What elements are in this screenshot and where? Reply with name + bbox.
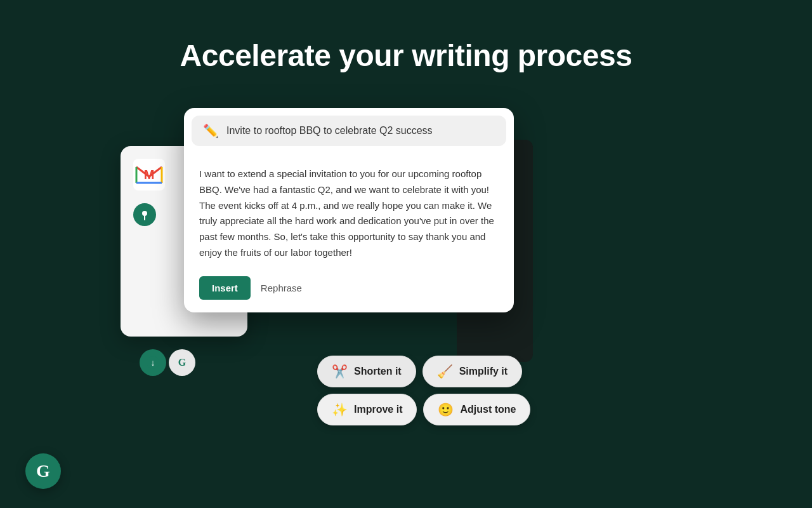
grammarly-green-badge: ↓ (140, 349, 166, 376)
page-title: Accelerate your writing process (0, 0, 812, 73)
prompt-icon: ✏️ (203, 123, 219, 138)
simplify-button[interactable]: 🧹 Simplify it (422, 356, 522, 387)
grammarly-badges: ↓ G (140, 349, 195, 376)
grammarly-bottom-logo: G (25, 453, 61, 489)
svg-text:↓: ↓ (151, 358, 155, 368)
improve-label: Improve it (354, 404, 402, 415)
action-row-2: ✨ Improve it 🙂 Adjust tone (317, 394, 530, 425)
shorten-button[interactable]: ✂️ Shorten it (317, 356, 416, 387)
compose-card: ✏️ Invite to rooftop BBQ to celebrate Q2… (184, 108, 514, 312)
prompt-bar: ✏️ Invite to rooftop BBQ to celebrate Q2… (192, 116, 506, 146)
gmail-logo-icon: M (133, 159, 165, 190)
improve-icon: ✨ (332, 402, 348, 417)
improve-button[interactable]: ✨ Improve it (317, 394, 417, 425)
content-area: M ↓ G ✏️ Invite to rooftop BBQ to celebr (121, 108, 691, 489)
action-bar: Insert Rephrase (184, 276, 514, 312)
gmail-pin-icon (133, 203, 156, 226)
rephrase-link[interactable]: Rephrase (261, 283, 302, 293)
adjust-label: Adjust tone (460, 404, 516, 415)
adjust-tone-button[interactable]: 🙂 Adjust tone (423, 394, 530, 425)
simplify-label: Simplify it (459, 366, 508, 377)
action-row-1: ✂️ Shorten it 🧹 Simplify it (317, 356, 530, 387)
svg-text:M: M (144, 168, 155, 182)
floating-buttons: ✂️ Shorten it 🧹 Simplify it ✨ Improve it… (317, 356, 530, 432)
shorten-icon: ✂️ (332, 364, 348, 379)
shorten-label: Shorten it (354, 366, 402, 377)
grammarly-white-badge: G (169, 349, 195, 376)
prompt-text: Invite to rooftop BBQ to celebrate Q2 su… (226, 125, 433, 137)
svg-point-2 (142, 211, 147, 216)
adjust-icon: 🙂 (438, 402, 454, 417)
email-body: I want to extend a special invitation to… (184, 154, 514, 276)
email-content: I want to extend a special invitation to… (199, 166, 499, 261)
insert-button[interactable]: Insert (199, 276, 251, 300)
grammarly-g-letter: G (36, 461, 50, 481)
simplify-icon: 🧹 (437, 364, 453, 379)
